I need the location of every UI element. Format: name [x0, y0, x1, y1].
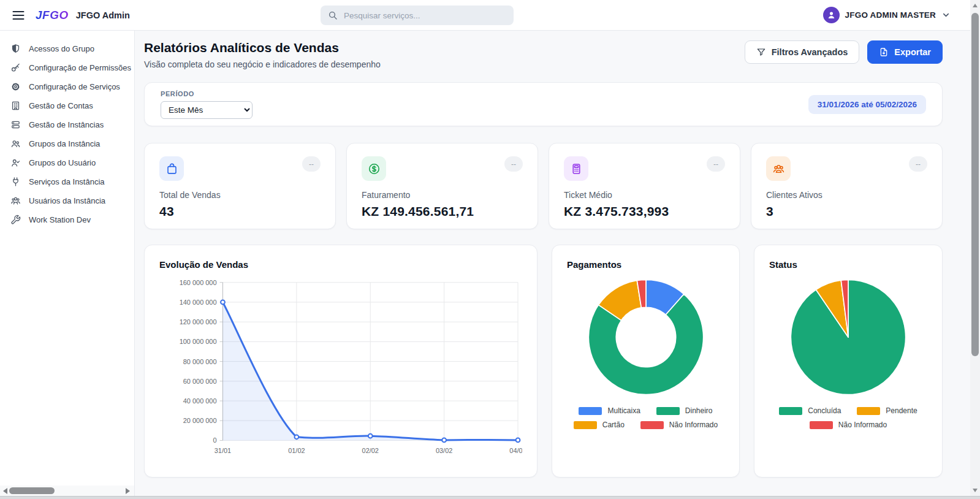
sidebar-item-configuracao-de-permissoes[interactable]: Configuração de Permissões: [0, 58, 134, 77]
legend-item[interactable]: Concluída: [779, 406, 841, 415]
kpi-trend-badge: --: [909, 156, 927, 172]
legend-item[interactable]: Não Informado: [640, 421, 718, 429]
status-card: Status ConcluídaPendenteNão Informado: [754, 245, 943, 478]
kpi-label: Ticket Médio: [564, 190, 725, 200]
export-button[interactable]: Exportar: [867, 40, 943, 64]
kpi-card-ticket-medio: --Ticket MédioKZ 3.475.733,993: [549, 143, 740, 229]
scroll-down-arrow-icon[interactable]: [973, 489, 978, 492]
wrench-icon: [10, 215, 21, 225]
svg-text:0: 0: [213, 436, 216, 444]
legend-swatch: [640, 421, 664, 429]
export-label: Exportar: [894, 47, 931, 57]
legend-swatch: [810, 421, 833, 429]
svg-text:03/02: 03/02: [436, 447, 452, 454]
legend-label: Cartão: [602, 421, 625, 429]
period-filter-card: PERÍODO Este Mês 31/01/2026 até 05/02/20…: [144, 82, 943, 126]
search-box[interactable]: [321, 6, 514, 25]
svg-text:02/02: 02/02: [362, 447, 379, 454]
legend-swatch: [579, 407, 602, 415]
status-legend: ConcluídaPendenteNão Informado: [769, 406, 927, 429]
sidebar-item-usuarios-da-instancia[interactable]: Usuários da Instância: [0, 191, 134, 210]
sidebar-item-configuracao-de-servicos[interactable]: Configuração de Serviços: [0, 77, 134, 96]
legend-label: Pendente: [886, 406, 917, 415]
search-icon: [328, 10, 338, 20]
legend-item[interactable]: Cartão: [574, 421, 625, 429]
gears-icon: [10, 82, 21, 92]
legend-item[interactable]: Não Informado: [810, 421, 887, 429]
legend-swatch: [574, 421, 597, 429]
window-bottom-edge: [0, 496, 980, 499]
sidebar-item-servicos-da-instancia[interactable]: Serviços da Instância: [0, 172, 134, 191]
svg-text:100 000 000: 100 000 000: [180, 338, 217, 345]
funnel-icon: [756, 47, 766, 57]
date-range-badge: 31/01/2026 até 05/02/2026: [808, 95, 926, 114]
scroll-left-arrow-icon[interactable]: [3, 488, 7, 494]
chart-title: Status: [769, 259, 927, 270]
server-icon: [10, 120, 21, 130]
shield-icon: [10, 44, 21, 54]
sidebar-item-grupos-da-instancia[interactable]: Grupos da Instância: [0, 134, 134, 153]
search-input[interactable]: [344, 11, 506, 20]
kpi-card-clientes-ativos: --Clientes Ativos3: [751, 143, 943, 229]
plug-icon: [10, 177, 21, 187]
kpi-value: 43: [159, 204, 321, 219]
kpi-value: KZ 3.475.733,993: [564, 204, 725, 219]
legend-swatch: [656, 407, 680, 415]
legend-item[interactable]: Dinheiro: [656, 406, 713, 415]
charts-grid: Evolução de Vendas 020 000 00040 000 000…: [144, 245, 943, 478]
main-content: Relatórios Analíticos de Vendas Visão co…: [135, 31, 980, 499]
payments-card: Pagamentos MulticaixaDinheiroCartãoNão I…: [552, 245, 740, 478]
sidebar-item-label: Gestão de Instâncias: [29, 120, 104, 129]
advanced-filters-button[interactable]: Filtros Avançados: [745, 40, 860, 64]
sidebar-nav: Acessos do GrupoConfiguração de Permissõ…: [0, 31, 135, 499]
key-icon: [10, 63, 21, 73]
kpi-label: Faturamento: [362, 190, 523, 200]
kpi-value: KZ 149.456.561,71: [362, 204, 523, 219]
svg-text:04/02: 04/02: [509, 447, 522, 454]
scroll-right-arrow-icon[interactable]: [126, 488, 130, 494]
horizontal-scrollbar[interactable]: [0, 486, 134, 496]
export-icon: [879, 47, 889, 57]
sidebar-item-acessos-do-grupo[interactable]: Acessos do Grupo: [0, 39, 134, 58]
dollar-icon: [362, 156, 386, 181]
bag-icon: [159, 156, 184, 181]
horizontal-scrollbar-thumb[interactable]: [9, 487, 55, 494]
app-logo[interactable]: JFGO: [36, 9, 69, 22]
chevron-down-icon: [941, 10, 951, 20]
legend-label: Concluída: [808, 406, 841, 415]
sidebar-item-label: Grupos da Instância: [29, 139, 100, 148]
user-menu[interactable]: JFGO ADMIN MASTER: [823, 7, 964, 23]
legend-label: Não Informado: [838, 421, 887, 429]
svg-text:60 000 000: 60 000 000: [183, 378, 217, 385]
kpi-trend-badge: --: [504, 156, 523, 172]
sidebar-item-work-station-dev[interactable]: Work Station Dev: [0, 210, 134, 229]
period-select[interactable]: Este Mês: [161, 101, 253, 119]
svg-text:01/02: 01/02: [288, 447, 305, 454]
legend-label: Dinheiro: [685, 406, 713, 415]
sidebar-item-label: Work Station Dev: [29, 215, 91, 224]
vertical-scrollbar-thumb[interactable]: [971, 13, 979, 356]
svg-text:80 000 000: 80 000 000: [183, 358, 217, 365]
users-group-icon: [10, 196, 21, 206]
chart-title: Evolução de Vendas: [159, 259, 522, 270]
page-title: Relatórios Analíticos de Vendas: [144, 40, 381, 55]
hamburger-menu-icon[interactable]: [11, 8, 26, 23]
kpi-value: 3: [766, 204, 927, 219]
svg-text:140 000 000: 140 000 000: [180, 299, 217, 306]
legend-item[interactable]: Pendente: [857, 406, 917, 415]
kpi-trend-badge: --: [302, 156, 321, 172]
sidebar-item-label: Acessos do Grupo: [29, 44, 94, 53]
kpi-label: Clientes Ativos: [766, 190, 927, 200]
kpi-label: Total de Vendas: [159, 190, 321, 200]
people-icon: [766, 156, 791, 181]
vertical-scrollbar[interactable]: [970, 0, 980, 496]
sidebar-item-label: Grupos do Usuário: [29, 158, 96, 167]
sidebar-item-gestao-de-contas[interactable]: Gestão de Contas: [0, 96, 134, 115]
user-check-icon: [10, 158, 21, 168]
sidebar-item-grupos-do-usuario[interactable]: Grupos do Usuário: [0, 153, 134, 172]
sidebar-item-gestao-de-instancias[interactable]: Gestão de Instâncias: [0, 115, 134, 134]
scroll-up-arrow-icon[interactable]: [973, 4, 978, 7]
kpi-card-faturamento: --FaturamentoKZ 149.456.561,71: [346, 143, 538, 229]
legend-item[interactable]: Multicaixa: [579, 406, 640, 415]
chart-title: Pagamentos: [567, 259, 724, 270]
